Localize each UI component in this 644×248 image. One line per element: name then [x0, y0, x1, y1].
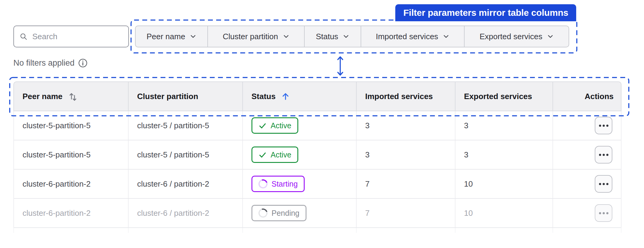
table-cutoff-hint [13, 228, 621, 233]
row-actions-menu-button[interactable] [595, 204, 612, 222]
cell-cluster-partition: cluster-6 / partition-2 [128, 199, 242, 227]
meatball-menu-icon [599, 125, 601, 127]
status-badge-starting: Starting [251, 176, 305, 192]
meatball-menu-icon [599, 212, 601, 214]
check-icon [258, 122, 267, 130]
mirror-arrow-icon [335, 55, 346, 77]
filter-imported-services[interactable]: Imported services [361, 26, 464, 47]
row-actions-menu-button[interactable] [595, 117, 612, 134]
cell-peer-name: cluster-6-partition-2 [14, 170, 128, 198]
info-icon[interactable] [78, 58, 88, 68]
callout-label: Filter parameters mirror table columns [403, 8, 568, 18]
cell-status: Active [242, 111, 356, 140]
cell-imported-services: 7 [356, 170, 455, 198]
status-label: Starting [272, 180, 298, 188]
meatball-menu-icon [599, 183, 601, 185]
row-actions-menu-button[interactable] [595, 146, 612, 164]
cell-exported-services: 3 [455, 140, 552, 169]
filters-status-text: No filters applied [13, 58, 74, 68]
filter-peer-name[interactable]: Peer name [136, 26, 207, 47]
column-header-label: Status [251, 92, 275, 101]
cell-actions [552, 111, 622, 140]
filter-label: Imported services [376, 32, 438, 41]
cell-imported-services: 3 [356, 111, 455, 140]
sort-both-icon [68, 91, 78, 102]
cell-status: Pending [242, 199, 356, 227]
filter-cluster-partition[interactable]: Cluster partition [207, 26, 304, 47]
filter-label: Cluster partition [223, 32, 278, 41]
column-header-label: Cluster partition [137, 92, 198, 101]
cell-imported-services: 3 [356, 140, 455, 169]
cell-cluster-partition: cluster-6 / partition-2 [128, 170, 242, 198]
filter-label: Status [316, 32, 338, 41]
spinner-icon [257, 178, 269, 190]
column-header-label: Exported services [464, 92, 532, 101]
column-header-actions: Actions [552, 82, 622, 111]
cell-peer-name: cluster-6-partition-2 [14, 199, 128, 227]
status-label: Active [271, 121, 291, 130]
meatball-menu-icon [599, 154, 601, 156]
column-header-status[interactable]: Status [242, 82, 356, 111]
status-badge-pending: Pending [251, 205, 306, 221]
table-body: cluster-5-partition-5 cluster-5 / partit… [13, 111, 621, 228]
filter-label: Exported services [480, 32, 542, 41]
cell-status: Active [242, 140, 356, 169]
cell-actions [552, 170, 622, 198]
status-label: Pending [272, 209, 299, 218]
filter-status[interactable]: Status [304, 26, 361, 47]
cell-cluster-partition: cluster-5 / partition-5 [128, 111, 242, 140]
peers-table: Peer name Cluster partition Status Impor… [13, 81, 621, 233]
cell-peer-name: cluster-5-partition-5 [14, 111, 128, 140]
column-header-cluster-partition[interactable]: Cluster partition [128, 82, 242, 111]
chevron-down-icon [443, 33, 449, 40]
cell-exported-services: 10 [455, 199, 552, 227]
cell-imported-services: 7 [356, 199, 455, 227]
column-header-peer-name[interactable]: Peer name [14, 82, 128, 111]
peering-list-screen: Filter parameters mirror table columns P… [0, 0, 644, 248]
status-badge-active: Active [251, 117, 298, 134]
cell-exported-services: 3 [455, 111, 552, 140]
column-header-label: Actions [585, 92, 614, 101]
filter-dropdown-group: Peer name Cluster partition Status Impor… [135, 26, 569, 47]
column-header-label: Imported services [365, 92, 433, 101]
table-row: cluster-5-partition-5 cluster-5 / partit… [14, 140, 621, 170]
cell-cluster-partition: cluster-5 / partition-5 [128, 140, 242, 169]
chevron-down-icon [343, 33, 349, 40]
column-header-exported-services[interactable]: Exported services [455, 82, 552, 111]
search-icon [19, 32, 27, 41]
status-badge-active: Active [251, 146, 298, 163]
cell-exported-services: 10 [455, 170, 552, 198]
spinner-icon [257, 207, 269, 219]
table-row: cluster-5-partition-5 cluster-5 / partit… [14, 111, 621, 140]
cell-status: Starting [242, 170, 356, 198]
column-header-imported-services[interactable]: Imported services [356, 82, 455, 111]
status-label: Active [271, 150, 291, 159]
table-header-row: Peer name Cluster partition Status Impor… [13, 81, 621, 111]
column-header-label: Peer name [23, 92, 63, 101]
search-input[interactable] [32, 32, 123, 41]
table-row: cluster-6-partition-2 cluster-6 / partit… [14, 170, 621, 199]
filters-status: No filters applied [13, 58, 88, 68]
cell-actions [552, 140, 622, 169]
sort-ascending-icon [281, 92, 290, 101]
check-icon [258, 151, 267, 159]
cell-actions [552, 199, 622, 227]
callout-banner: Filter parameters mirror table columns [395, 4, 576, 21]
filter-exported-services[interactable]: Exported services [464, 26, 569, 47]
cell-peer-name: cluster-5-partition-5 [14, 140, 128, 169]
chevron-down-icon [283, 33, 289, 40]
chevron-down-icon [190, 33, 196, 40]
row-actions-menu-button[interactable] [595, 175, 612, 193]
table-row: cluster-6-partition-2 cluster-6 / partit… [14, 199, 621, 228]
search-box[interactable] [13, 26, 129, 47]
filter-label: Peer name [147, 32, 185, 41]
chevron-down-icon [547, 33, 554, 40]
